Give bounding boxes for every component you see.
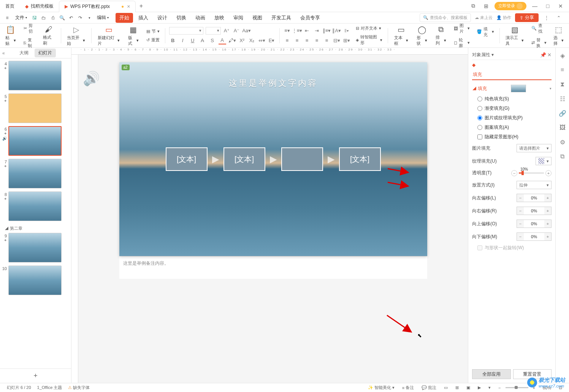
text-box[interactable]: [文本]	[339, 147, 381, 171]
rail-settings-icon[interactable]: ⚙	[559, 138, 566, 146]
thumb-item[interactable]: 5✦	[2, 93, 70, 123]
slide-title[interactable]: 这里是举例文字内容	[229, 77, 318, 89]
paste-button[interactable]: 📋 粘贴 ▾	[3, 25, 18, 46]
tab-home[interactable]: 首页	[0, 1, 20, 12]
character-spacing-icon[interactable]: ⇔▾	[258, 37, 266, 44]
opacity-slider[interactable]: − 10% +	[511, 170, 552, 176]
spin-dec[interactable]: −	[517, 233, 524, 240]
view-sorter-icon[interactable]: ⊞	[452, 385, 462, 390]
chevron-down-icon[interactable]: ▾	[550, 87, 552, 90]
thumb-item[interactable]: 10	[2, 266, 70, 295]
tab-close-icon[interactable]: ×	[127, 3, 130, 9]
distribute-icon[interactable]: ≡	[323, 37, 331, 44]
format-painter-button[interactable]: 🖌 格式刷	[41, 25, 57, 46]
bullets-icon[interactable]: ≡▾	[284, 27, 291, 35]
spin-inc[interactable]: +	[544, 220, 551, 228]
spin-inc[interactable]: +	[544, 207, 551, 215]
switch-window-icon[interactable]: ⧉	[469, 3, 478, 9]
vertical-align-icon[interactable]: ⊟▾	[333, 37, 341, 44]
radio-gradient-fill[interactable]: 渐变填充(G)	[472, 104, 552, 113]
demo-tool-button[interactable]: ▧ 演示工具 ▾	[503, 25, 526, 46]
offset-right-spinner[interactable]: −0%+	[517, 207, 552, 215]
zoom-out-button[interactable]: −	[495, 386, 504, 390]
tile-mode-select[interactable]: 拉伸▾	[517, 181, 552, 189]
reset-button[interactable]: ↺重置	[145, 36, 161, 44]
theme-name[interactable]: 1_Office 主题	[34, 385, 65, 390]
preview-icon[interactable]: 🔍	[58, 14, 66, 22]
radio-picture-fill[interactable]: 图片或纹理填充(P)	[472, 113, 552, 123]
replace-button[interactable]: ⇄替换 ▾	[530, 36, 548, 49]
thumb-item[interactable]: 8✦	[2, 191, 70, 221]
spin-dec[interactable]: −	[517, 207, 524, 215]
slide-canvas[interactable]: a2 这里是举例文字内容 [文本] ▶ [文本] ▶ ▶ [文本]	[119, 62, 427, 256]
rail-image-icon[interactable]: 🖼	[559, 124, 566, 131]
pin-icon[interactable]: 📌	[540, 52, 546, 58]
align-center-icon[interactable]: ≡	[293, 37, 301, 44]
login-button[interactable]: 立即登录	[495, 2, 526, 10]
ribbon-tab-start[interactable]: 开始	[116, 13, 133, 23]
rail-link-icon[interactable]: 🔗	[559, 109, 566, 117]
view-normal-icon[interactable]: ▭	[441, 385, 451, 390]
missing-font-warning[interactable]: ⚠缺失字体	[65, 385, 93, 390]
find-button[interactable]: 🔍查找	[530, 22, 548, 35]
ribbon-tab-insert[interactable]: 插入	[135, 13, 152, 23]
notes-toggle[interactable]: ≡备注	[399, 385, 417, 390]
spin-dec[interactable]: −	[517, 220, 524, 228]
ribbon-tab-member[interactable]: 会员专享	[296, 13, 324, 23]
slides-tab[interactable]: 幻灯片	[35, 49, 56, 57]
font-size-select[interactable]: ▾	[206, 27, 221, 35]
redo-icon[interactable]: ↷	[76, 14, 84, 22]
ribbon-tab-design[interactable]: 设计	[154, 13, 171, 23]
section-button[interactable]: ▤节 ▾	[145, 28, 161, 35]
horizontal-ruler[interactable]: · 1 · 2 · 1 · 2 · 3 · 4 · 5 · 6 · 7 · 8 …	[71, 48, 468, 55]
apply-all-button[interactable]: 全部应用	[472, 369, 511, 379]
save-icon[interactable]: 🖫	[31, 14, 38, 22]
font-color-icon[interactable]: A	[219, 37, 226, 44]
outline-style-button[interactable]: ◻轮廓 ▾	[452, 36, 472, 49]
ribbon-tab-view[interactable]: 视图	[249, 13, 266, 23]
slide-thumbnail[interactable]	[8, 233, 62, 262]
ribbon-tab-transition[interactable]: 切换	[173, 13, 190, 23]
increase-font-icon[interactable]: A⁺	[223, 27, 231, 35]
ribbon-tab-slideshow[interactable]: 放映	[211, 13, 228, 23]
start-from-button[interactable]: ▷ 当页开始 ▾	[65, 25, 87, 46]
notes-pane[interactable]: 这里是举例备注内容。	[119, 256, 427, 279]
slide-thumbnail-selected[interactable]	[8, 126, 62, 156]
textbox-button[interactable]: ▭ 文本框 ▾	[392, 25, 411, 46]
decrease-font-icon[interactable]: A⁻	[233, 27, 241, 35]
slide-thumbnail[interactable]	[8, 159, 62, 188]
more-menu-icon[interactable]: ⋮	[542, 14, 551, 22]
cloud-status[interactable]: ☁ 未上云	[475, 15, 493, 21]
subscript-icon[interactable]: X₂	[248, 37, 256, 44]
slide-thumbnails[interactable]: 4✦ 5✦ 6✦🔊 7✦ 8✦ ◢ 第二章 9✦	[0, 58, 71, 368]
comments-toggle[interactable]: 💬批注	[418, 385, 439, 390]
ribbon-tab-animation[interactable]: 动画	[192, 13, 209, 23]
undo-icon[interactable]: ↶	[67, 14, 75, 22]
zoom-handle[interactable]	[515, 386, 518, 389]
align-text-button[interactable]: ⊟对齐文本 ▾	[354, 25, 384, 32]
slide-thumbnail[interactable]	[8, 61, 62, 90]
shadow-icon[interactable]: S	[209, 37, 216, 44]
line-spacing-icon[interactable]: ‖≡▾	[323, 27, 331, 35]
rail-layout-icon[interactable]: ⧉	[559, 153, 566, 160]
columns-icon[interactable]: ⫴▾	[343, 27, 350, 35]
picture-style-button[interactable]: 🖼图片 ▾	[452, 22, 472, 35]
align-right-icon[interactable]: ≡	[303, 37, 311, 44]
thumb-item[interactable]: 9✦	[2, 233, 70, 262]
minimize-button[interactable]: —	[530, 3, 539, 9]
text-box[interactable]: [文本]	[166, 147, 208, 171]
justify-icon[interactable]: ≡	[313, 37, 321, 44]
slide-position[interactable]: 幻灯片 6 / 20	[4, 385, 34, 390]
view-slideshow-icon[interactable]: ▶	[475, 385, 484, 390]
collapse-panel-icon[interactable]: «	[2, 51, 5, 56]
view-reading-icon[interactable]: ▣	[463, 385, 473, 390]
layout-button[interactable]: ▦ 版式 ▾	[126, 25, 141, 46]
fill-tab[interactable]: 填充	[472, 70, 552, 80]
edit-menu[interactable]: 编辑 ▾	[94, 14, 112, 22]
slide-thumbnail[interactable]	[8, 93, 62, 123]
close-panel-icon[interactable]: ✕	[547, 52, 552, 58]
tab-document[interactable]: ▶ WPS PPT教程.pptx ● ×	[59, 1, 136, 12]
opacity-decrease[interactable]: −	[511, 170, 517, 176]
picture-select[interactable]: 请选择图片▾	[517, 144, 552, 152]
superscript-icon[interactable]: X²	[238, 37, 246, 44]
